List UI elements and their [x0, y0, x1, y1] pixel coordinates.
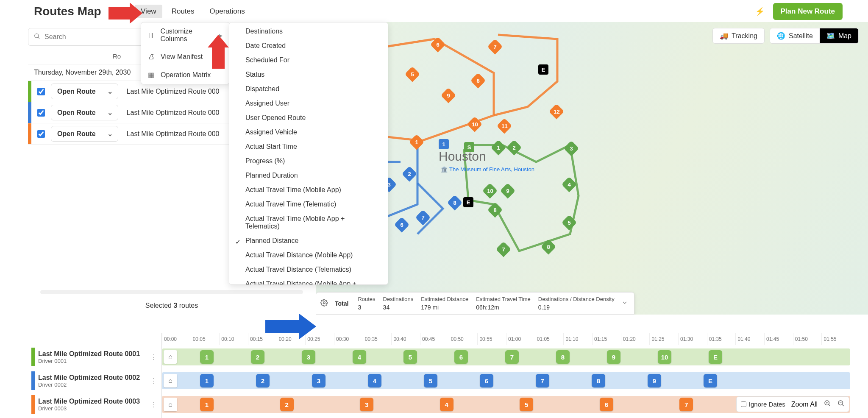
satellite-toggle[interactable]: 🌐 Satellite	[770, 28, 820, 43]
ignore-dates-checkbox[interactable]: Ignore Dates	[741, 401, 785, 408]
chevron-down-icon[interactable]: ⌄	[102, 126, 118, 141]
column-option[interactable]: Actual Travel Distance (Telematics)	[229, 262, 388, 277]
column-option[interactable]: Planned Duration	[229, 168, 388, 183]
map-stop-blue[interactable]: 1	[439, 139, 449, 149]
route-checkbox[interactable]	[37, 88, 45, 95]
column-option[interactable]: Status	[229, 67, 388, 82]
ignore-dates-input[interactable]	[741, 401, 746, 407]
home-icon[interactable]: ⌂	[164, 398, 177, 411]
home-icon[interactable]: ⌂	[164, 374, 177, 387]
open-route-label: Open Route	[51, 106, 102, 120]
timeline-stop[interactable]: 10	[658, 350, 671, 364]
plan-new-route-button[interactable]: Plan New Route	[773, 3, 843, 20]
timeline-stop[interactable]: 3	[302, 350, 315, 364]
column-option[interactable]: User Opened Route	[229, 111, 388, 125]
timeline-stop[interactable]: E	[704, 374, 717, 387]
column-option[interactable]: Actual Travel Distance (Mobile App + Tel…	[229, 277, 388, 285]
map-routes-svg	[316, 22, 868, 315]
timeline-driver: Driver 0002	[38, 382, 150, 388]
timeline-stop[interactable]: 6	[480, 374, 493, 387]
home-icon[interactable]: ⌂	[164, 350, 177, 364]
timeline-stop[interactable]: E	[709, 350, 722, 364]
route-checkbox[interactable]	[37, 109, 45, 117]
column-option[interactable]: Date Created	[229, 39, 388, 53]
timeline-stop[interactable]: 1	[200, 374, 214, 387]
timeline-tick: 01:00	[506, 333, 535, 345]
timeline-stop[interactable]: 3	[360, 398, 373, 411]
timeline-stop[interactable]: 2	[251, 350, 264, 364]
route-checkbox[interactable]	[37, 130, 45, 138]
timeline-stop[interactable]: 4	[440, 398, 453, 411]
timeline-stop[interactable]: 7	[679, 398, 693, 411]
timeline-color-bar	[31, 348, 35, 366]
timeline-stop[interactable]: 7	[505, 350, 519, 364]
zoom-in-icon[interactable]	[823, 399, 831, 409]
column-option[interactable]: Dispatched	[229, 82, 388, 96]
timeline-stop[interactable]: 2	[256, 374, 270, 387]
timeline-stop[interactable]: 9	[607, 350, 620, 364]
timeline-stop[interactable]: 2	[280, 398, 294, 411]
kebab-icon[interactable]: ⋮	[150, 377, 157, 385]
zoom-out-icon[interactable]	[837, 399, 845, 409]
timeline-stop[interactable]: 8	[592, 374, 605, 387]
column-option[interactable]: Assigned Vehicle	[229, 125, 388, 139]
kebab-icon[interactable]: ⋮	[150, 353, 157, 361]
total-label: Total	[335, 300, 348, 307]
tab-routes[interactable]: Routes	[166, 5, 200, 18]
timeline-color-bar	[31, 371, 35, 390]
menu-item-label: View Manifest	[161, 53, 203, 61]
column-option[interactable]: Assigned User	[229, 96, 388, 111]
horizontal-scrollbar[interactable]	[40, 290, 303, 294]
open-route-button[interactable]: Open Route ⌄	[51, 126, 118, 142]
map-canvas[interactable]: 4 3 2 5 6 1 9 8 7 10 11 12 E 1 2 3 4 5 6…	[315, 22, 868, 315]
map-stop-end[interactable]: E	[463, 197, 473, 207]
timeline-track-row: ⌂12345678910E	[162, 345, 850, 369]
timeline-stop[interactable]: 3	[312, 374, 326, 387]
tracking-toggle[interactable]: 🚚 Tracking	[712, 28, 765, 44]
open-route-button[interactable]: Open Route ⌄	[51, 105, 118, 120]
timeline-stop[interactable]: 1	[200, 398, 214, 411]
timeline-stop[interactable]: 6	[454, 350, 468, 364]
red-arrow-columns	[208, 35, 229, 69]
zoom-all-button[interactable]: Zoom All	[791, 401, 818, 408]
total-panel-toggle[interactable]	[621, 299, 628, 308]
timeline-tick: 01:15	[592, 333, 621, 345]
total-col: Estimated Distance 179 mi	[421, 296, 468, 311]
timeline-stop[interactable]: 9	[648, 374, 661, 387]
column-option-label: Actual Travel Time (Mobile App)	[245, 186, 341, 194]
column-option[interactable]: Actual Travel Time (Mobile App + Telemat…	[229, 212, 388, 234]
timeline-stop[interactable]: 5	[520, 398, 533, 411]
chevron-down-icon[interactable]: ⌄	[102, 84, 118, 99]
timeline-stop[interactable]: 1	[200, 350, 214, 364]
timeline: Last Mile Optimized Route 0001 Driver 00…	[28, 333, 850, 418]
timeline-stop[interactable]: 4	[353, 350, 366, 364]
column-option[interactable]: Actual Travel Distance (Mobile App)	[229, 248, 388, 262]
column-option[interactable]: Actual Start Time	[229, 139, 388, 154]
timeline-row-header: Last Mile Optimized Route 0002 Driver 00…	[28, 369, 161, 393]
open-route-button[interactable]: Open Route ⌄	[51, 84, 118, 99]
timeline-stop[interactable]: 5	[403, 350, 417, 364]
column-option[interactable]: Scheduled For	[229, 53, 388, 67]
column-option[interactable]: Actual Travel Time (Telematic)	[229, 197, 388, 212]
tab-operations[interactable]: Operations	[204, 5, 251, 18]
timeline-track[interactable]: ⌂12345678910E	[162, 348, 850, 365]
column-option[interactable]: Progress (%)	[229, 154, 388, 168]
chevron-down-icon[interactable]: ⌄	[102, 105, 118, 120]
column-option[interactable]: ✓Planned Distance	[229, 234, 388, 248]
timeline-tick: 00:30	[334, 333, 363, 345]
timeline-stop[interactable]: 5	[424, 374, 437, 387]
timeline-stop[interactable]: 6	[600, 398, 613, 411]
timeline-stop[interactable]: 7	[536, 374, 549, 387]
map-stop-end[interactable]: E	[538, 64, 548, 75]
column-option[interactable]: Destinations	[229, 24, 388, 39]
kebab-icon[interactable]: ⋮	[150, 401, 157, 409]
timeline-track[interactable]: ⌂123456789E	[162, 372, 850, 389]
route-color-bar	[28, 81, 31, 102]
timeline-stop[interactable]: 8	[556, 350, 570, 364]
map-toggle[interactable]: 🗺️ Map	[820, 28, 858, 43]
timeline-stop[interactable]: 4	[368, 374, 381, 387]
bolt-icon[interactable]: ⚡	[755, 7, 765, 16]
museum-poi[interactable]: 🏛️ The Museum of Fine Arts, Houston	[441, 166, 534, 173]
gear-icon[interactable]	[320, 299, 328, 308]
column-option[interactable]: Actual Travel Time (Mobile App)	[229, 183, 388, 197]
